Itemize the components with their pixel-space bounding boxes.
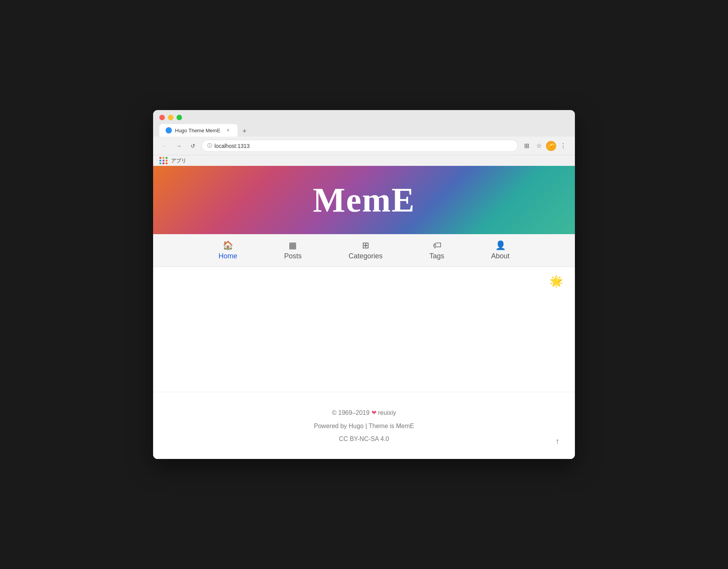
nav-label-tags: Tags [430,252,444,260]
close-dot[interactable] [159,115,165,120]
footer-heart: ❤ [371,409,378,416]
menu-button[interactable]: ⋮ [558,140,569,151]
nav-label-about: About [491,252,510,260]
nav-label-posts: Posts [284,252,302,260]
nav-item-posts[interactable]: ▦ Posts [261,234,325,267]
new-tab-button[interactable]: + [239,126,250,137]
maximize-dot[interactable] [177,115,182,120]
scroll-to-top-button[interactable]: ↑ [551,436,563,447]
site-footer: © 1969–2019 ❤ reuixiy Powered by Hugo | … [153,392,575,459]
site-header: MemE [153,166,575,234]
address-text: localhost:1313 [214,143,250,149]
toolbar-actions: ⊞ ☆ 🧀 ⋮ [521,140,569,151]
nav-label-home: Home [218,252,237,260]
footer-author: reuixiy [378,409,396,416]
about-icon: 👤 [495,240,506,251]
home-icon: 🏠 [223,240,233,251]
minimize-dot[interactable] [168,115,173,120]
apps-icon[interactable] [159,157,168,164]
address-bar[interactable]: ⓘ localhost:1313 [202,140,518,152]
bookmarks-label: アプリ [171,157,186,164]
footer-powered: Powered by Hugo | Theme is MemE [314,423,414,429]
browser-window: 🌐 Hugo Theme MemE × + ← → ↺ ⓘ localhost:… [153,110,575,459]
active-tab[interactable]: 🌐 Hugo Theme MemE × [159,124,237,137]
nav-label-categories: Categories [348,252,382,260]
sun-decoration: 🌟 [550,275,563,288]
browser-toolbar: ← → ↺ ⓘ localhost:1313 ⊞ ☆ 🧀 ⋮ [153,137,575,155]
forward-button[interactable]: → [173,140,184,151]
bookmark-button[interactable]: ☆ [534,140,544,151]
nav-item-about[interactable]: 👤 About [468,234,533,267]
site-main: 🌟 [153,267,575,392]
footer-license-line: CC BY-NC-SA 4.0 [153,434,575,444]
security-icon: ⓘ [207,142,212,149]
tab-favicon: 🌐 [166,127,172,133]
tab-bar: 🌐 Hugo Theme MemE × + [159,124,569,137]
footer-copyright: © 1969–2019 [332,409,369,416]
reload-button[interactable]: ↺ [187,140,198,151]
nav-item-home[interactable]: 🏠 Home [195,234,261,267]
nav-item-categories[interactable]: ⊞ Categories [325,234,406,267]
translate-button[interactable]: ⊞ [521,140,532,151]
nav-item-tags[interactable]: 🏷 Tags [406,234,468,267]
footer-copyright-line: © 1969–2019 ❤ reuixiy [153,408,575,418]
tab-title: Hugo Theme MemE [175,128,222,133]
site-nav: 🏠 Home ▦ Posts ⊞ Categories 🏷 Tags 👤 Abo… [153,234,575,267]
footer-powered-line: Powered by Hugo | Theme is MemE [153,421,575,431]
window-controls [159,115,569,120]
tags-icon: 🏷 [433,240,441,251]
back-button[interactable]: ← [159,140,170,151]
site-content: MemE 🏠 Home ▦ Posts ⊞ Categories 🏷 Tags … [153,166,575,459]
profile-avatar[interactable]: 🧀 [546,141,556,151]
tab-close-button[interactable]: × [225,127,231,133]
categories-icon: ⊞ [362,240,369,251]
footer-license: CC BY-NC-SA 4.0 [339,436,389,442]
bookmarks-bar: アプリ [153,155,575,166]
posts-icon: ▦ [289,240,297,251]
chrome-titlebar: 🌐 Hugo Theme MemE × + [153,110,575,137]
site-title: MemE [313,180,415,220]
